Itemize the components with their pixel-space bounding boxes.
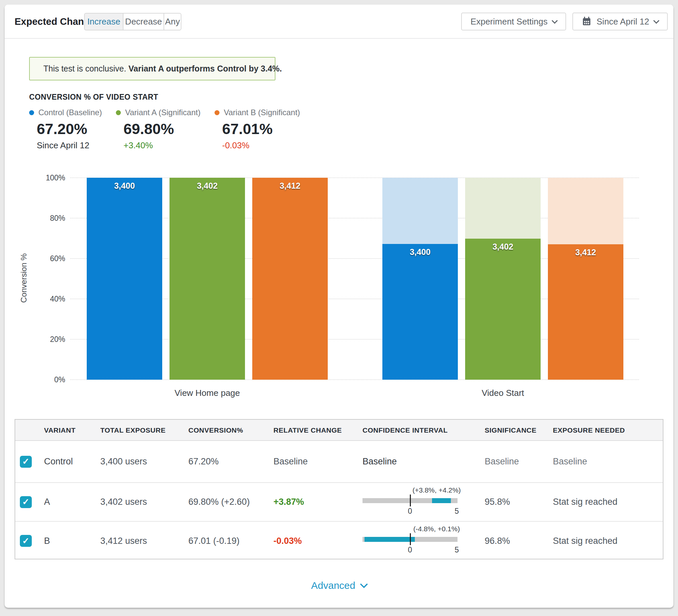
bar-fill: 3,402 [465, 239, 540, 380]
table-row-control: Control 3,400 users 67.20% Baseline Base… [15, 441, 663, 482]
ci-interval-bar [365, 537, 415, 542]
row-checkbox[interactable] [20, 456, 32, 468]
cell-exposure-needed: Stat sig reached [553, 483, 617, 521]
banner-text-normal: This test is conclusive. [43, 64, 126, 73]
expected-change-toggle: Increase Decrease Any [84, 13, 181, 31]
column-header-exposure-needed: EXPOSURE NEEDED [553, 420, 625, 441]
cell-total-exposure: 3,402 users [100, 483, 147, 521]
cell-variant: B [44, 522, 50, 560]
date-range-dropdown[interactable]: Since April 12 [572, 12, 668, 31]
column-header-conversion: CONVERSION% [188, 420, 243, 441]
cell-relative-change: +3.87% [273, 483, 304, 521]
ci-zero-tick [410, 533, 411, 545]
banner-text-bold: Variant A outperforms Control by 3.4%. [128, 64, 282, 73]
bar-count-label: 3,402 [170, 181, 245, 191]
ci-zero-tick [410, 495, 411, 506]
topbar-actions: Experiment Settings Since April 12 [461, 12, 668, 31]
ci-range-label: (-4.8%, +0.1%) [413, 525, 460, 533]
cell-exposure-needed: Baseline [553, 441, 587, 482]
calendar-icon [582, 16, 592, 27]
bar-variant-a-view-home-page[interactable]: 3,402 [170, 178, 245, 380]
bar-count-label: 3,412 [252, 181, 328, 191]
cell-conversion: 67.20% [188, 441, 219, 482]
ci-track [363, 498, 457, 503]
bar-count-label: 3,402 [465, 242, 540, 252]
cell-significance: Baseline [485, 441, 519, 482]
metric-value: 67.20% [37, 120, 102, 138]
metric-value: 67.01% [222, 120, 300, 138]
expected-change-label: Expected Change [14, 5, 95, 39]
legend-entry-control: Control (Baseline) [29, 108, 102, 117]
metric-subtext: -0.03% [222, 140, 300, 151]
bar-variant-b-video-start[interactable]: 3,412 [548, 178, 624, 380]
y-axis-label: Conversion % [19, 253, 29, 303]
experiment-results-card: Expected Change Increase Decrease Any Ex… [5, 5, 673, 608]
bar-fill: 3,400 [87, 178, 162, 380]
chevron-down-icon [653, 17, 659, 24]
bar-fill: 3,400 [382, 244, 458, 380]
ci-range-label: (+3.8%, +4.2%) [413, 486, 461, 494]
cell-relative-change: Baseline [273, 441, 308, 482]
legend-label: Variant B (Significant) [224, 108, 300, 117]
ci-axis-end: 5 [455, 507, 459, 516]
legend-label: Variant A (Significant) [125, 108, 201, 117]
ci-track [363, 537, 457, 542]
confidence-interval-widget: (-4.8%, +0.1%) 0 5 [363, 525, 457, 557]
bar-control-video-start[interactable]: 3,400 [382, 178, 458, 380]
column-header-relative-change: RELATIVE CHANGE [273, 420, 342, 441]
bar-fill: 3,412 [548, 244, 624, 380]
topbar: Expected Change Increase Decrease Any Ex… [5, 5, 673, 39]
cell-total-exposure: 3,412 users [100, 522, 147, 560]
legend-dot-icon [215, 110, 220, 115]
cell-relative-change: -0.03% [273, 522, 302, 560]
advanced-toggle[interactable]: Advanced [311, 580, 367, 591]
table-header-row: VARIANT TOTAL EXPOSURE CONVERSION% RELAT… [15, 420, 663, 441]
y-tick: 0% [34, 375, 65, 384]
toggle-decrease[interactable]: Decrease [123, 13, 164, 31]
legend-label: Control (Baseline) [38, 108, 102, 117]
cell-conversion: 69.80% (+2.60) [188, 483, 250, 521]
ci-axis: 0 5 [363, 545, 457, 555]
bar-fill: 3,412 [252, 178, 328, 380]
cell-total-exposure: 3,400 users [100, 441, 147, 482]
bar-count-label: 3,400 [382, 247, 458, 257]
toggle-any[interactable]: Any [163, 13, 181, 31]
date-range-label: Since April 12 [597, 16, 649, 27]
cell-conversion: 67.01 (-0.19) [188, 522, 240, 560]
cell-significance: 95.8% [485, 483, 510, 521]
confidence-interval-widget: (+3.8%, +4.2%) 0 5 [363, 486, 457, 518]
metric-card-variant-a: Variant A (Significant) 69.80% +3.40% [116, 108, 201, 151]
legend-dot-icon [29, 110, 34, 115]
y-tick: 20% [34, 335, 65, 344]
metric-card-variant-b: Variant B (Significant) 67.01% -0.03% [215, 108, 300, 151]
row-checkbox[interactable] [20, 535, 32, 547]
bar-count-label: 3,412 [548, 247, 624, 257]
ci-axis: 0 5 [363, 507, 457, 517]
cell-variant: A [44, 483, 50, 521]
results-table: VARIANT TOTAL EXPOSURE CONVERSION% RELAT… [14, 419, 664, 560]
chart-title: CONVERSION % OF VIDEO START [29, 93, 158, 102]
y-tick: 60% [34, 254, 65, 263]
bar-variant-b-view-home-page[interactable]: 3,412 [252, 178, 328, 380]
banner-text: This test is conclusive. Variant A outpe… [43, 64, 282, 74]
metric-value: 69.80% [123, 120, 201, 138]
column-header-significance: SIGNIFICANCE [485, 420, 537, 441]
x-axis-label-view-home-page: View Home page [141, 388, 273, 398]
chevron-down-icon [360, 580, 368, 588]
ci-axis-zero: 0 [408, 545, 412, 554]
legend-entry-variant-a: Variant A (Significant) [116, 108, 201, 117]
x-axis-label-video-start: Video Start [437, 388, 569, 398]
toggle-increase[interactable]: Increase [84, 13, 123, 31]
cell-confidence-interval: Baseline [363, 441, 397, 482]
bar-count-label: 3,400 [87, 181, 162, 191]
experiment-settings-label: Experiment Settings [470, 16, 548, 27]
bar-variant-a-video-start[interactable]: 3,402 [465, 178, 540, 380]
row-checkbox[interactable] [20, 496, 32, 508]
experiment-settings-dropdown[interactable]: Experiment Settings [461, 12, 566, 31]
column-header-variant: VARIANT [44, 420, 75, 441]
cell-significance: 96.8% [485, 522, 510, 560]
column-header-total-exposure: TOTAL EXPOSURE [100, 420, 165, 441]
bar-control-view-home-page[interactable]: 3,400 [87, 178, 162, 380]
bar-fill: 3,402 [170, 178, 245, 380]
legend-dot-icon [116, 110, 121, 115]
